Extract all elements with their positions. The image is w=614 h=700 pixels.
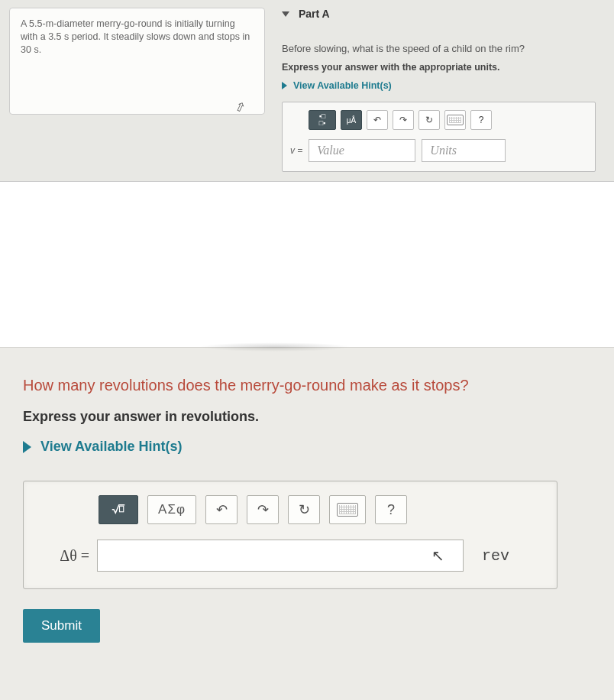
format-button[interactable]: ▪□□▪ [309, 110, 336, 130]
unit-label: rev [482, 547, 509, 565]
greek-label: ΑΣφ [158, 502, 186, 517]
part-a-inputs: v = Value Units [290, 139, 587, 162]
part-a-label: Part A [299, 8, 330, 20]
keyboard-button[interactable] [444, 110, 466, 130]
part-a-panel: A 5.5-m-diameter merry-go-round is initi… [0, 0, 614, 182]
part-a-instruction: Express your answer with the appropriate… [282, 62, 596, 73]
undo-icon: ↶ [373, 115, 381, 125]
part-b-question: How many revolutions does the merry-go-r… [23, 374, 591, 397]
help-icon: ? [479, 115, 484, 125]
caret-right-icon [23, 441, 31, 453]
hint-link-label: View Available Hint(s) [40, 439, 182, 455]
format-icon: ▪□□▪ [319, 113, 326, 127]
part-a-content: Part A Before slowing, what is the speed… [265, 8, 605, 172]
value-placeholder: Value [317, 144, 344, 157]
variable-label: v = [290, 145, 302, 156]
redo-button[interactable]: ↷ [393, 110, 414, 130]
caret-down-icon [282, 11, 289, 17]
problem-text: A 5.5-m-diameter merry-go-round is initi… [21, 18, 254, 57]
shadow-decoration [199, 342, 351, 352]
units-tool-button[interactable]: μÅ [341, 110, 362, 130]
units-placeholder: Units [430, 144, 457, 157]
redo-icon: ↷ [399, 115, 407, 125]
redo-button[interactable]: ↷ [247, 495, 279, 524]
caret-right-icon [282, 82, 287, 89]
part-a-toolbar: ▪□□▪ μÅ ↶ ↷ ↻ ? [290, 110, 587, 130]
part-a-answer-box: ▪□□▪ μÅ ↶ ↷ ↻ ? [282, 102, 596, 172]
part-b-answer-box: ΑΣφ ↶ ↷ ↻ ? Δθ = ↖ rev [23, 481, 557, 589]
part-b-inputs: Δθ = ↖ rev [39, 540, 541, 572]
keyboard-icon [337, 503, 358, 517]
units-input[interactable]: Units [422, 139, 506, 162]
refresh-icon: ↻ [299, 501, 310, 518]
greek-button[interactable]: ΑΣφ [147, 495, 196, 524]
content-gap [0, 182, 614, 347]
part-b-panel: How many revolutions does the merry-go-r… [0, 347, 614, 700]
part-b-instruction: Express your answer in revolutions. [23, 409, 591, 425]
problem-statement-card: A 5.5-m-diameter merry-go-round is initi… [9, 8, 265, 115]
keyboard-icon [447, 115, 464, 125]
redo-icon: ↷ [257, 501, 269, 518]
help-icon: ? [387, 502, 395, 518]
reset-button[interactable]: ↻ [288, 495, 320, 524]
part-a-question: Before slowing, what is the speed of a c… [282, 43, 596, 54]
variable-label: Δθ = [39, 547, 89, 565]
part-b-hints-toggle[interactable]: View Available Hint(s) [23, 439, 591, 455]
value-input[interactable]: Value [309, 139, 415, 162]
submit-button[interactable]: Submit [23, 609, 100, 643]
undo-icon: ↶ [216, 501, 228, 518]
svg-rect-0 [120, 506, 124, 512]
cursor-icon: ↖ [431, 546, 444, 565]
value-input[interactable]: ↖ [97, 540, 464, 572]
part-a-hints-toggle[interactable]: View Available Hint(s) [282, 80, 596, 91]
keyboard-button[interactable] [329, 495, 366, 524]
sqrt-icon [111, 502, 125, 518]
undo-button[interactable]: ↶ [205, 495, 238, 524]
help-button[interactable]: ? [470, 110, 492, 130]
hint-link-label: View Available Hint(s) [293, 80, 392, 91]
units-tool-label: μÅ [347, 116, 356, 125]
part-a-collapse-header[interactable]: Part A [282, 8, 596, 20]
sqrt-button[interactable] [99, 495, 138, 524]
help-button[interactable]: ? [375, 495, 407, 524]
reset-button[interactable]: ↻ [418, 110, 440, 130]
part-b-toolbar: ΑΣφ ↶ ↷ ↻ ? [39, 495, 541, 524]
undo-button[interactable]: ↶ [367, 110, 388, 130]
refresh-icon: ↻ [425, 115, 433, 125]
